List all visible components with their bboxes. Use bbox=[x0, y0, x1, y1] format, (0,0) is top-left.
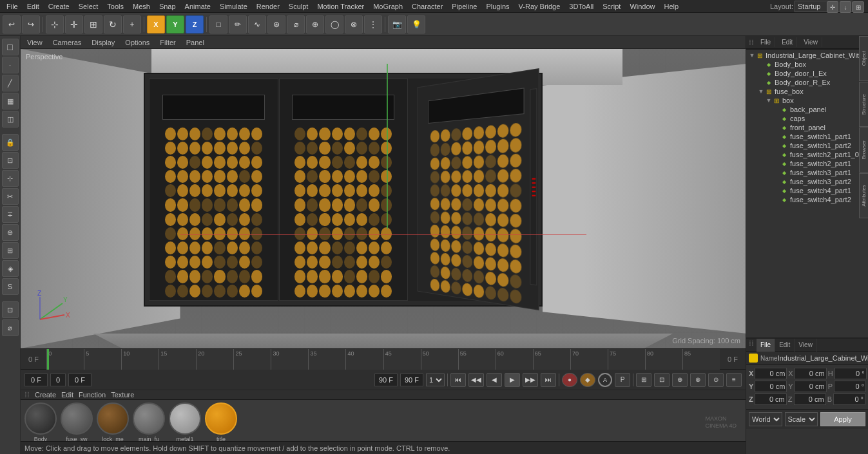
array-button[interactable]: ⋮ bbox=[364, 15, 382, 33]
om-menu-view[interactable]: View bbox=[800, 37, 822, 47]
menu-select[interactable]: Select bbox=[75, 0, 102, 13]
tree-item-body-box[interactable]: ◆ Body_box bbox=[747, 60, 867, 69]
tree-item-fuse-sw2p1[interactable]: ◆ fuse_switch2_part1 bbox=[747, 159, 867, 168]
attr-tab-edit[interactable]: Edit bbox=[775, 339, 795, 352]
vp-move-icon[interactable]: ✛ bbox=[827, 1, 838, 13]
redo-button[interactable]: ↪ bbox=[22, 15, 40, 33]
menu-mograph[interactable]: MoGraph bbox=[369, 0, 407, 13]
apply-button[interactable]: Apply bbox=[820, 412, 865, 426]
weld-button[interactable]: S bbox=[2, 278, 19, 295]
menu-edit[interactable]: Edit bbox=[23, 0, 43, 13]
object-mode-button[interactable]: □ bbox=[2, 39, 19, 55]
spline2-button[interactable]: ◯ bbox=[325, 15, 343, 33]
tree-item-root[interactable]: ▼ ⊞ Industrial_Large_Cabinet_Wit bbox=[747, 51, 867, 60]
edge-mode-button[interactable]: ╱ bbox=[2, 75, 19, 91]
menu-mesh[interactable]: Mesh bbox=[129, 0, 154, 13]
material-menu-function[interactable]: Function bbox=[79, 391, 106, 399]
go-to-end-button[interactable]: ⏭ bbox=[541, 373, 556, 387]
playback-list-button[interactable]: ≡ bbox=[726, 373, 742, 387]
tree-item-fuse-sw1p2[interactable]: ◆ fuse_switch1_part2 bbox=[747, 141, 867, 150]
point-mode-button[interactable]: · bbox=[2, 57, 19, 73]
play-back-button[interactable]: ◀ bbox=[487, 373, 502, 387]
frame-input-right[interactable] bbox=[68, 374, 92, 386]
coord-z-rot[interactable] bbox=[794, 393, 826, 405]
tree-item-body-door-l[interactable]: ◆ Body_door_l_Ex bbox=[747, 69, 867, 78]
coord-p-val[interactable] bbox=[834, 381, 866, 392]
menu-pipeline[interactable]: Pipeline bbox=[448, 0, 481, 13]
light-button[interactable]: 💡 bbox=[407, 15, 425, 33]
tree-item-caps[interactable]: ◆ caps bbox=[747, 114, 867, 123]
scale-dropdown[interactable]: Scale bbox=[785, 412, 818, 426]
add-object-button[interactable]: + bbox=[123, 15, 141, 33]
polygon-mode-button[interactable]: ▦ bbox=[2, 93, 19, 109]
step-forward-button[interactable]: ▶▶ bbox=[523, 373, 538, 387]
tree-item-fuse-sw3p1[interactable]: ◆ fuse_switch3_part1 bbox=[747, 168, 867, 177]
om-menu-edit[interactable]: Edit bbox=[778, 37, 797, 47]
x-axis-button[interactable]: X bbox=[147, 15, 165, 33]
bevel-button[interactable]: ◈ bbox=[2, 260, 19, 277]
material-menu-edit[interactable]: Edit bbox=[61, 391, 73, 399]
viewport-menu-cameras[interactable]: Cameras bbox=[50, 39, 84, 46]
go-to-start-button[interactable]: ⏮ bbox=[450, 373, 466, 387]
playback-mode-2[interactable]: ⊡ bbox=[654, 373, 670, 387]
field-button[interactable]: ⊗ bbox=[345, 15, 363, 33]
rotate-tool-button[interactable]: ↻ bbox=[104, 15, 122, 33]
coord-z-pos[interactable] bbox=[755, 393, 787, 405]
vtab-object[interactable]: Object bbox=[859, 36, 868, 81]
viewport-menu-options[interactable]: Options bbox=[122, 39, 152, 46]
auto-key-button[interactable]: A bbox=[598, 373, 612, 387]
magnet-button[interactable]: ⊡ bbox=[2, 152, 19, 169]
generator-button[interactable]: ⊕ bbox=[306, 15, 324, 33]
nurbs-button[interactable]: ⊛ bbox=[267, 15, 285, 33]
coord-h-val[interactable] bbox=[834, 368, 867, 379]
om-menu-file[interactable]: File bbox=[757, 37, 775, 47]
menu-file[interactable]: File bbox=[3, 0, 22, 13]
menu-window[interactable]: Window bbox=[626, 0, 659, 13]
move-tool-button[interactable]: ✛ bbox=[65, 15, 83, 33]
tree-item-body-door-r[interactable]: ◆ Body_door_R_Ex bbox=[747, 78, 867, 87]
attr-tab-file[interactable]: File bbox=[757, 339, 775, 352]
knife-button[interactable]: ✂ bbox=[2, 188, 19, 205]
tree-item-box[interactable]: ▼ ⊞ box bbox=[747, 96, 867, 105]
menu-3dtoall[interactable]: 3DToAll bbox=[565, 0, 597, 13]
playback-mode-1[interactable]: ⊞ bbox=[636, 373, 651, 387]
camera-button[interactable]: 📷 bbox=[388, 15, 406, 33]
viewport-menu-panel[interactable]: Panel bbox=[184, 39, 207, 46]
menu-sculpt[interactable]: Sculpt bbox=[285, 0, 313, 13]
y-axis-button[interactable]: Y bbox=[166, 15, 184, 33]
menu-motion-tracker[interactable]: Motion Tracker bbox=[313, 0, 368, 13]
vp-down-icon[interactable]: ↓ bbox=[840, 1, 851, 13]
fps-end-input[interactable] bbox=[374, 374, 398, 386]
tree-item-fuse-sw3p2[interactable]: ◆ fuse_switch3_part2 bbox=[747, 177, 867, 186]
paint-button[interactable]: ⌀ bbox=[2, 319, 19, 336]
select-tool-button[interactable]: ⊹ bbox=[46, 15, 64, 33]
coord-x-rot[interactable] bbox=[795, 368, 827, 379]
tree-item-fuse-sw4p1[interactable]: ◆ fuse_switch4_part1 bbox=[747, 186, 867, 195]
material-menu-create[interactable]: Create bbox=[35, 391, 56, 399]
timeline-ruler[interactable]: 051015202530354045505560657075808590 bbox=[46, 349, 720, 370]
extrude-button[interactable]: ⊞ bbox=[2, 242, 19, 259]
tree-item-front-panel[interactable]: ◆ front_panel bbox=[747, 123, 867, 132]
viewport-menu-filter[interactable]: Filter bbox=[157, 39, 178, 46]
snap-button[interactable]: ⊹ bbox=[2, 170, 19, 187]
tree-item-back-panel[interactable]: ◆ back_panel bbox=[747, 105, 867, 114]
playback-mode-4[interactable]: ⊗ bbox=[690, 373, 706, 387]
attr-tab-view[interactable]: View bbox=[795, 339, 817, 352]
lock-button[interactable]: 🔒 bbox=[2, 134, 19, 151]
axis-button[interactable]: ⊡ bbox=[2, 301, 19, 318]
menu-animate[interactable]: Animate bbox=[181, 0, 215, 13]
keyframe-button[interactable]: ◆ bbox=[580, 373, 595, 387]
viewport-3d[interactable]: // dots rendered below bbox=[21, 49, 746, 348]
viewport-menu-view[interactable]: View bbox=[24, 39, 45, 46]
pen-button[interactable]: ✏ bbox=[229, 15, 247, 33]
scale-tool-button[interactable]: ⊞ bbox=[84, 15, 102, 33]
loop-button[interactable]: ⊕ bbox=[2, 224, 19, 241]
material-swatch-main-fu[interactable] bbox=[133, 402, 165, 435]
menu-script[interactable]: Script bbox=[599, 0, 624, 13]
spline-button[interactable]: ∿ bbox=[248, 15, 266, 33]
menu-character[interactable]: Character bbox=[408, 0, 447, 13]
vtab-attributes[interactable]: Attributes bbox=[859, 173, 868, 218]
coord-b-val[interactable] bbox=[833, 393, 865, 405]
fps-input[interactable] bbox=[50, 374, 66, 386]
play-button[interactable]: ▶ bbox=[505, 373, 520, 387]
